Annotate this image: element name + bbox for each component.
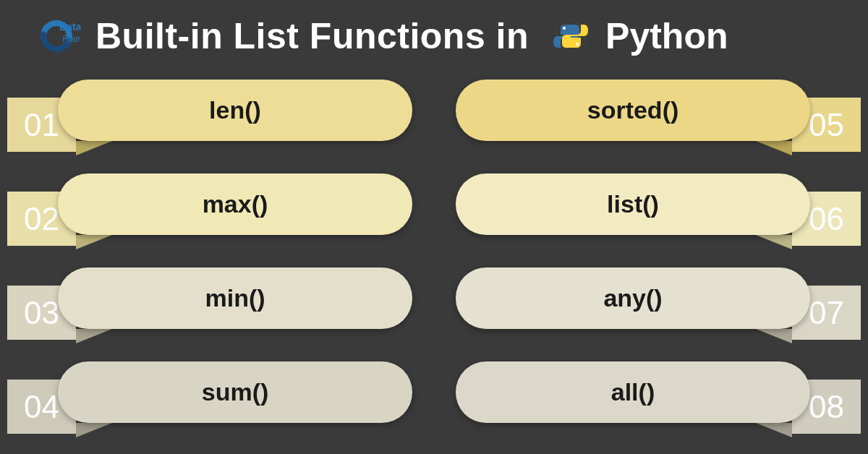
function-item-7: 07 any() <box>448 267 861 340</box>
ribbon-fold-icon <box>756 235 792 249</box>
svg-text:Data: Data <box>59 21 81 33</box>
ribbon-fold-icon <box>756 423 792 437</box>
function-label: all() <box>456 361 810 423</box>
function-item-8: 08 all() <box>448 361 861 434</box>
function-item-1: 01 len() <box>7 80 420 152</box>
function-label: min() <box>58 267 412 329</box>
dataflair-logo-icon: Data Flair <box>29 14 81 58</box>
ribbon-fold-icon <box>76 235 112 249</box>
left-column: 01 len() 02 max() 03 min() 04 sum() <box>7 80 420 434</box>
function-item-4: 04 sum() <box>7 361 420 434</box>
svg-point-3 <box>576 43 579 46</box>
python-logo-icon <box>550 16 591 56</box>
function-item-5: 05 sorted() <box>448 80 861 152</box>
function-label: sorted() <box>456 80 810 141</box>
ribbon-fold-icon <box>756 329 792 343</box>
ribbon-fold-icon <box>756 141 792 155</box>
function-label: max() <box>58 174 412 235</box>
function-item-3: 03 min() <box>7 267 420 340</box>
function-item-6: 06 list() <box>448 174 861 246</box>
ribbon-fold-icon <box>76 423 112 437</box>
functions-grid: 01 len() 02 max() 03 min() 04 sum() 05 s… <box>0 65 868 434</box>
language-name: Python <box>605 15 728 57</box>
right-column: 05 sorted() 06 list() 07 any() 08 all() <box>448 80 861 434</box>
function-label: list() <box>456 174 810 235</box>
function-item-2: 02 max() <box>7 174 420 246</box>
function-label: len() <box>58 80 412 141</box>
svg-text:Flair: Flair <box>62 33 81 44</box>
function-label: sum() <box>58 361 412 423</box>
function-label: any() <box>456 267 810 329</box>
ribbon-fold-icon <box>76 141 112 155</box>
page-title: Built-in List Functions in <box>95 15 529 57</box>
svg-point-2 <box>563 27 566 30</box>
header: Data Flair Built-in List Functions in Py… <box>0 0 868 65</box>
ribbon-fold-icon <box>76 329 112 343</box>
